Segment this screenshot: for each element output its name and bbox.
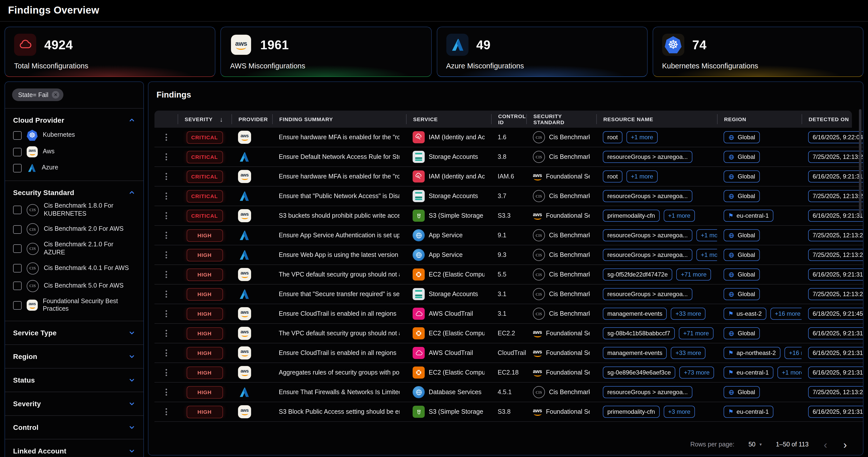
- resource-more-chip[interactable]: +33 more: [671, 347, 706, 359]
- service-name: EC2 (Elastic Compute...: [429, 271, 485, 278]
- remove-filter-icon[interactable]: ×: [52, 91, 59, 99]
- table-row[interactable]: HIGHawsAggregates rules of security grou…: [154, 363, 863, 383]
- header-cell-provider[interactable]: PROVIDER: [231, 110, 272, 128]
- filter-section-header-region[interactable]: Region: [13, 352, 135, 360]
- row-menu-button[interactable]: [165, 212, 167, 219]
- row-menu-button[interactable]: [165, 193, 167, 200]
- checkbox[interactable]: [13, 164, 22, 172]
- resource-more-chip[interactable]: +33 more: [671, 308, 706, 320]
- filter-section-header-service-type[interactable]: Service Type: [13, 329, 135, 337]
- stat-value: 49: [476, 37, 491, 52]
- azure-icon: [238, 229, 250, 241]
- row-menu-button[interactable]: [165, 251, 167, 258]
- table-row[interactable]: CRITICALawsEnsure hardware MFA is enable…: [154, 167, 863, 187]
- table-row[interactable]: HIGHawsEnsure CloudTrail is enabled in a…: [154, 344, 863, 363]
- table-row[interactable]: CRITICALEnsure Default Network Access Ru…: [154, 147, 863, 167]
- filter-section-header-status[interactable]: Status: [13, 376, 135, 384]
- aws-smile-icon: [241, 334, 248, 337]
- header-cell-resource[interactable]: RESOURCE NAME: [596, 110, 717, 128]
- filter-section-header-linked-account[interactable]: Linked Account: [13, 447, 135, 455]
- header-cell-service[interactable]: SERVICE: [406, 110, 491, 128]
- cis-icon: CIS: [533, 308, 545, 320]
- findings-overview-page: Findings Overview 4924Total Misconfigura…: [0, 0, 868, 457]
- resource-more-chip[interactable]: +73 more: [679, 367, 714, 378]
- storage-icon: [413, 190, 425, 202]
- row-menu-button[interactable]: [165, 271, 167, 278]
- checkbox[interactable]: [13, 225, 22, 234]
- row-menu-button[interactable]: [165, 310, 167, 317]
- checkbox[interactable]: [13, 301, 22, 309]
- resource-more-chip[interactable]: +1 more: [626, 131, 658, 143]
- cell-summary: S3 Block Public Access setting should be…: [272, 408, 406, 415]
- region-more-chip[interactable]: +16 more: [770, 308, 802, 320]
- aws-smile-icon: [241, 354, 248, 356]
- checkbox[interactable]: [13, 206, 22, 214]
- rows-per-page-select[interactable]: 50 ▾: [748, 441, 762, 448]
- chevron-down-icon: [128, 448, 135, 455]
- sort-desc-icon[interactable]: ↓: [220, 116, 223, 123]
- cell-summary: Ensure hardware MFA is enabled for the "…: [272, 173, 406, 180]
- checkbox[interactable]: [13, 131, 22, 139]
- next-page-button[interactable]: ›: [842, 439, 848, 450]
- row-menu-button[interactable]: [165, 291, 167, 298]
- filter-section-header-control[interactable]: Control: [13, 423, 135, 431]
- table-row[interactable]: CRITICALawsS3 buckets should prohibit pu…: [154, 206, 863, 226]
- chip-label: resourceGroups > azuregoa...: [607, 290, 688, 298]
- checkbox[interactable]: [13, 244, 22, 253]
- row-menu-button[interactable]: [165, 134, 167, 141]
- table-row[interactable]: HIGHawsEnsure CloudTrail is enabled in a…: [154, 304, 863, 324]
- table-scrollbar[interactable]: [859, 109, 862, 217]
- region-more-chip[interactable]: +1 more: [777, 367, 802, 378]
- table-row[interactable]: CRITICALEnsure that "Public Network Acce…: [154, 187, 863, 206]
- stat-value: 74: [692, 37, 707, 52]
- row-menu-button[interactable]: [165, 153, 167, 160]
- table-row[interactable]: HIGHawsThe VPC default security group sh…: [154, 324, 863, 344]
- cell-resource: resourceGroups > azuregoa...+1 more: [596, 229, 717, 241]
- row-menu-button[interactable]: [165, 369, 167, 376]
- resource-more-chip[interactable]: +3 more: [663, 406, 695, 418]
- table-row[interactable]: HIGHawsThe VPC default security group sh…: [154, 265, 863, 285]
- header-cell-standard[interactable]: SECURITY STANDARD: [526, 110, 596, 128]
- checkbox[interactable]: [13, 282, 22, 290]
- resource-more-chip[interactable]: +1 more: [663, 210, 695, 222]
- header-cell-detected[interactable]: DETECTED ON: [802, 110, 863, 128]
- checkbox[interactable]: [13, 148, 22, 156]
- detected-on-chip: 6/16/2025, 9:21:31 PM: [808, 171, 863, 182]
- filter-section-header-severity[interactable]: Severity: [13, 400, 135, 408]
- filter-chip-state-fail[interactable]: State= Fail ×: [12, 89, 63, 101]
- filter-section-header-cloud-provider[interactable]: Cloud Provider: [13, 116, 135, 124]
- checkbox[interactable]: [13, 264, 22, 272]
- table-row[interactable]: HIGHawsS3 Block Public Access setting sh…: [154, 402, 863, 422]
- header-cell-severity[interactable]: SEVERITY↓: [178, 110, 231, 128]
- cell-control: EC2.2: [491, 330, 526, 337]
- previous-page-button[interactable]: ‹: [823, 439, 828, 450]
- row-menu-button[interactable]: [165, 408, 167, 415]
- resource-more-chip[interactable]: +1 more: [696, 249, 717, 261]
- cell-service: S3 (Simple Storage S...: [406, 210, 491, 222]
- row-menu-button[interactable]: [165, 173, 167, 180]
- header-cell-control[interactable]: CONTROL ID: [491, 110, 526, 128]
- aws-smile-icon: [534, 374, 541, 376]
- resource-more-chip[interactable]: +71 more: [676, 269, 711, 280]
- table-row[interactable]: HIGHEnsure That Firewalls & Networks Is …: [154, 383, 863, 402]
- row-menu-button[interactable]: [165, 350, 167, 356]
- chip-label: primemodality-cfn: [607, 408, 655, 416]
- row-menu-button[interactable]: [165, 389, 167, 396]
- row-menu-button[interactable]: [165, 330, 167, 337]
- region-chip: Global: [723, 269, 760, 280]
- region-more-chip[interactable]: +16 more: [784, 347, 802, 359]
- table-row[interactable]: HIGHEnsure App Service Authentication is…: [154, 226, 863, 246]
- table-row[interactable]: CRITICALawsEnsure hardware MFA is enable…: [154, 128, 863, 147]
- table-row[interactable]: HIGHEnsure that "Secure transfer require…: [154, 285, 863, 304]
- resource-more-chip[interactable]: +71 more: [679, 328, 714, 339]
- resource-more-chip[interactable]: +1 more: [626, 171, 658, 182]
- row-menu-button[interactable]: [165, 232, 167, 239]
- header-cell-region[interactable]: REGION: [717, 110, 802, 128]
- resource-more-chip[interactable]: +1 more: [696, 229, 717, 241]
- filter-section-header-security-standard[interactable]: Security Standard: [13, 189, 135, 197]
- cell-control: CloudTrail.1: [491, 350, 526, 356]
- filter-section-cloud-provider: Cloud Provider☸KubernetesawsAwsAzure: [5, 108, 144, 181]
- table-row[interactable]: HIGHEnsure Web App is using the latest v…: [154, 246, 863, 265]
- table-row[interactable]: HIGH: [154, 422, 863, 423]
- header-cell-summary[interactable]: FINDING SUMMARY: [272, 110, 406, 128]
